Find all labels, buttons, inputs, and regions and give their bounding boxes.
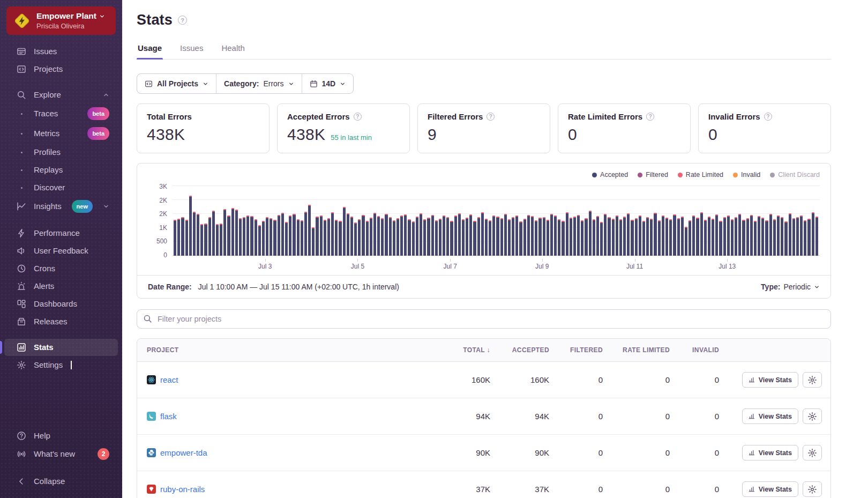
chart-bar[interactable] (800, 215, 803, 256)
chart-bar[interactable] (212, 211, 215, 256)
chart-bar[interactable] (227, 215, 230, 256)
chart-bar[interactable] (665, 218, 668, 256)
chart-bar[interactable] (689, 220, 691, 256)
project-filter-dropdown[interactable]: All Projects (137, 74, 216, 93)
sidebar-item-user-feedback[interactable]: User Feedback (4, 242, 118, 259)
chart-bar[interactable] (538, 218, 541, 256)
chart-bar[interactable] (719, 221, 722, 256)
chart-bar[interactable] (566, 212, 568, 256)
chart-bar[interactable] (177, 219, 180, 256)
column-header-project[interactable]: PROJECT (137, 339, 434, 361)
chart-bar[interactable] (373, 213, 376, 256)
chart-bar[interactable] (527, 215, 530, 256)
chart-bar[interactable] (278, 215, 280, 256)
legend-item-filtered[interactable]: Filtered (638, 171, 668, 179)
chart-bar[interactable] (381, 218, 384, 256)
chart-bar[interactable] (789, 213, 791, 256)
chart-bar[interactable] (335, 220, 338, 256)
chart-bar[interactable] (512, 217, 514, 256)
chart-bar[interactable] (792, 218, 795, 256)
chart-bar[interactable] (420, 213, 422, 256)
chart-bar[interactable] (712, 219, 714, 256)
project-link[interactable]: empower-tda (160, 448, 207, 457)
project-settings-button[interactable] (803, 445, 822, 460)
sidebar-item-insights[interactable]: Insightsnew (4, 197, 118, 216)
chart-bar[interactable] (331, 212, 334, 256)
chart-bar[interactable] (562, 221, 564, 256)
chart-bar[interactable] (662, 215, 664, 256)
chart-bar[interactable] (550, 214, 553, 256)
card-help-icon[interactable]: ? (764, 113, 772, 121)
sidebar-item-discover[interactable]: Discover (4, 179, 118, 196)
chart-bar[interactable] (777, 215, 780, 256)
chart-bar[interactable] (246, 215, 249, 256)
tab-issues[interactable]: Issues (179, 43, 204, 59)
sidebar-item-settings[interactable]: Settings (4, 356, 118, 374)
chart-bar[interactable] (627, 213, 630, 256)
chart-bar[interactable] (623, 217, 626, 256)
chart-bar[interactable] (616, 215, 618, 256)
chart-bar[interactable] (677, 218, 680, 256)
chart-bar[interactable] (193, 212, 196, 256)
chart-bar[interactable] (781, 217, 783, 256)
chart-bar[interactable] (742, 220, 745, 256)
chart-bar[interactable] (715, 214, 718, 256)
card-help-icon[interactable]: ? (646, 113, 654, 121)
chart-bar[interactable] (796, 217, 799, 256)
chart-bar[interactable] (362, 215, 364, 256)
chart-bar[interactable] (596, 216, 599, 256)
chart-bar[interactable] (412, 221, 415, 256)
chart-bar[interactable] (735, 217, 737, 256)
chart-bar[interactable] (450, 221, 453, 256)
tab-usage[interactable]: Usage (137, 43, 163, 59)
chart-bar[interactable] (573, 217, 576, 256)
chart-bar[interactable] (235, 210, 238, 256)
legend-item-invalid[interactable]: Invalid (733, 171, 760, 179)
chart-bar[interactable] (431, 215, 434, 256)
sidebar-item-collapse[interactable]: Collapse (4, 473, 118, 490)
view-stats-button[interactable]: View Stats (742, 481, 798, 497)
chart-bar[interactable] (308, 205, 311, 256)
chart-bar[interactable] (458, 213, 461, 256)
chart-bar[interactable] (804, 220, 806, 256)
sidebar-item-explore[interactable]: Explore (4, 86, 118, 103)
chart-bar[interactable] (262, 221, 265, 256)
chart-bar[interactable] (389, 217, 392, 256)
chart-bar[interactable] (758, 216, 760, 256)
chart-bar[interactable] (473, 221, 476, 256)
chart-bar[interactable] (508, 219, 511, 256)
chart-bar[interactable] (558, 219, 560, 256)
view-stats-button[interactable]: View Stats (742, 445, 798, 460)
chart-bar[interactable] (250, 216, 253, 256)
chart-bar[interactable] (585, 218, 587, 256)
legend-item-client-discard[interactable]: Client Discard (770, 171, 820, 179)
chart-bar[interactable] (481, 212, 484, 256)
chart-bar[interactable] (231, 208, 234, 256)
chart-bar[interactable] (619, 219, 622, 256)
chart-bar[interactable] (769, 214, 772, 256)
chart-bar[interactable] (515, 215, 518, 256)
chart-bar[interactable] (608, 217, 610, 256)
tab-health[interactable]: Health (220, 43, 245, 59)
chart-bar[interactable] (696, 218, 699, 256)
legend-item-rate-limited[interactable]: Rate Limited (678, 171, 723, 179)
chart-bar[interactable] (784, 221, 787, 256)
chart-bar[interactable] (496, 217, 499, 256)
column-header-accepted[interactable]: ACCEPTED (490, 339, 549, 361)
chart-bar[interactable] (723, 217, 726, 256)
chart-bar[interactable] (200, 224, 203, 256)
chart-bar[interactable] (350, 217, 353, 256)
chart-bar[interactable] (639, 215, 641, 256)
chart-bar[interactable] (543, 217, 545, 256)
chart-bar[interactable] (547, 220, 549, 256)
chart-bar[interactable] (408, 219, 410, 256)
chart-bar[interactable] (815, 217, 818, 256)
chart-bar[interactable] (604, 214, 607, 256)
column-header-filtered[interactable]: FILTERED (549, 339, 603, 361)
chart-bar[interactable] (600, 222, 603, 256)
chart-bar[interactable] (208, 217, 211, 256)
chart-bar[interactable] (297, 219, 300, 256)
project-link[interactable]: react (160, 375, 178, 384)
chart-bar[interactable] (220, 224, 222, 256)
sidebar-item-dashboards[interactable]: Dashboards (4, 295, 118, 313)
